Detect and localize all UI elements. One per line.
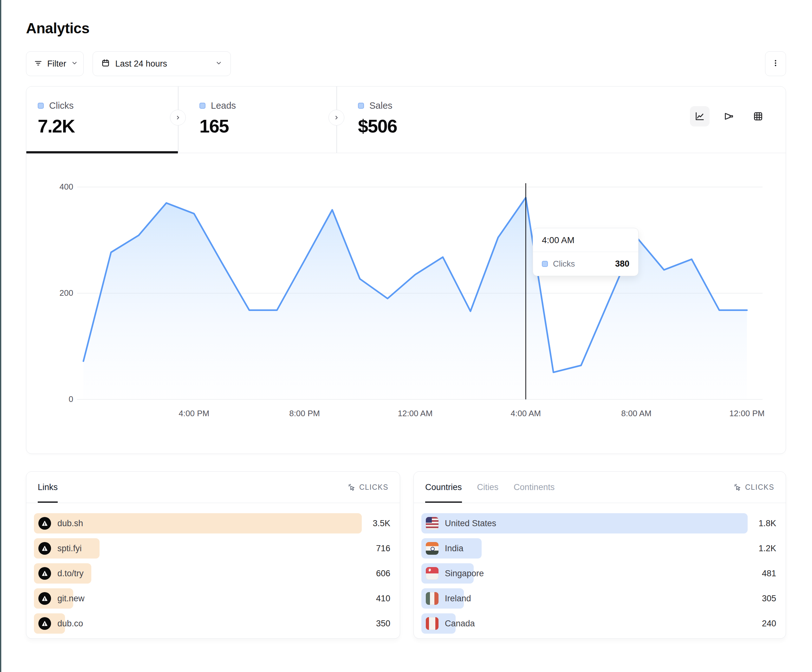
x-axis-tick-label: 4:00 AM <box>510 409 541 418</box>
row-label: dub.sh <box>57 518 83 529</box>
chevron-down-icon <box>215 60 222 68</box>
line-chart-icon <box>694 111 705 122</box>
click-share-bar <box>34 513 362 534</box>
countries-panel-header: Countries Cities Continents CLICKS <box>414 472 786 503</box>
row-click-count: 1.8K <box>758 513 776 534</box>
row-click-count: 350 <box>376 613 390 634</box>
row-label: dub.co <box>57 619 83 629</box>
row-label: Canada <box>445 619 475 629</box>
row-label: spti.fyi <box>57 544 82 553</box>
links-panel-header: Links CLICKS <box>26 472 400 503</box>
country-row[interactable]: Canada240 <box>421 613 778 634</box>
metric-tabs: Clicks 7.2K Leads 165 Sales $506 <box>26 87 786 153</box>
countries-panel: Countries Cities Continents CLICKS Unite… <box>413 471 786 639</box>
y-axis-tick-label: 200 <box>38 288 73 298</box>
row-click-count: 1.2K <box>758 538 776 559</box>
dub-logo-icon <box>38 567 51 580</box>
tab-cities[interactable]: Cities <box>477 472 499 503</box>
filter-icon <box>34 59 43 69</box>
row-label: git.new <box>57 594 85 604</box>
row-click-count: 606 <box>376 563 390 583</box>
row-click-count: 716 <box>376 538 390 559</box>
row-label: d.to/try <box>57 569 84 578</box>
country-row[interactable]: India1.2K <box>421 538 778 559</box>
line-chart-view-button[interactable] <box>690 106 710 126</box>
country-row[interactable]: United States1.8K <box>421 513 778 534</box>
link-row[interactable]: dub.sh3.5K <box>34 513 392 534</box>
y-axis-tick-label: 0 <box>38 394 73 404</box>
kebab-menu-icon <box>771 59 780 68</box>
link-row[interactable]: git.new410 <box>34 588 392 609</box>
clicks-tab-value: 7.2K <box>38 115 189 136</box>
clicks-legend-swatch <box>38 103 44 109</box>
flag-us-icon <box>426 517 438 530</box>
x-axis-tick-label: 8:00 AM <box>621 409 651 418</box>
date-range-label: Last 24 hours <box>115 59 167 69</box>
tab-continents[interactable]: Continents <box>513 472 554 503</box>
x-axis-tick-label: 4:00 PM <box>179 409 209 418</box>
filter-button-label: Filter <box>47 59 66 69</box>
tab-links[interactable]: Links <box>38 472 58 503</box>
date-range-button[interactable]: Last 24 hours <box>92 51 231 76</box>
table-grid-icon <box>753 111 764 122</box>
left-edge-accent <box>0 0 1 672</box>
chevron-down-icon <box>71 60 78 68</box>
row-click-count: 240 <box>762 613 776 634</box>
sales-legend-swatch <box>358 103 364 109</box>
clicks-tab-label: Clicks <box>49 101 73 111</box>
chevron-right-icon <box>174 114 181 121</box>
table-view-button[interactable] <box>748 106 768 126</box>
row-click-count: 481 <box>762 563 776 583</box>
funnel-icon <box>723 111 734 122</box>
chart-view-toggles <box>690 106 768 126</box>
analytics-card: Clicks 7.2K Leads 165 Sales $506 <box>26 86 786 454</box>
tab-clicks[interactable]: Clicks 7.2K <box>26 87 189 153</box>
expand-clicks-button[interactable] <box>170 110 186 126</box>
calendar-icon <box>101 59 110 69</box>
links-sort-control[interactable]: CLICKS <box>347 472 388 503</box>
x-axis-tick-label: 8:00 PM <box>289 409 320 418</box>
dub-logo-icon <box>38 542 51 555</box>
dub-logo-icon <box>38 517 51 530</box>
dub-logo-icon <box>38 617 51 630</box>
flag-sg-icon <box>426 567 438 580</box>
chart-area-fill <box>84 198 747 400</box>
row-click-count: 410 <box>376 588 390 609</box>
clicks-time-series-chart[interactable]: 0200400 4:00 PM8:00 PM12:00 AM4:00 AM8:0… <box>26 153 786 453</box>
row-label: Singapore <box>445 569 484 578</box>
area-chart-canvas <box>26 153 785 453</box>
x-axis-tick-label: 12:00 PM <box>729 409 764 418</box>
row-label: Ireland <box>445 594 471 604</box>
sales-tab-value: $506 <box>358 115 517 136</box>
link-row[interactable]: dub.co350 <box>34 613 392 634</box>
link-row[interactable]: d.to/try606 <box>34 563 392 583</box>
row-click-count: 305 <box>762 588 776 609</box>
tooltip-series-label: Clicks <box>553 259 575 269</box>
tooltip-time: 4:00 AM <box>533 228 638 252</box>
funnel-view-button[interactable] <box>719 106 739 126</box>
row-click-count: 3.5K <box>372 513 390 534</box>
analytics-page: Analytics Filter Last 24 hours <box>26 0 786 639</box>
dub-logo-icon <box>38 592 51 605</box>
leads-legend-swatch <box>200 103 205 109</box>
chart-tooltip: 4:00 AM Clicks 380 <box>533 228 638 276</box>
cursor-click-icon <box>347 483 356 492</box>
row-label: United States <box>445 518 496 529</box>
links-sort-label: CLICKS <box>359 483 388 492</box>
filter-button[interactable]: Filter <box>26 51 84 76</box>
row-label: India <box>445 544 464 553</box>
links-list: dub.sh3.5Kspti.fyi716d.to/try606git.new4… <box>26 503 400 634</box>
countries-sort-label: CLICKS <box>745 483 774 492</box>
country-row[interactable]: Singapore481 <box>421 563 778 583</box>
expand-leads-button[interactable] <box>329 110 345 126</box>
flag-ca-icon <box>426 617 438 630</box>
flag-ie-icon <box>426 592 438 605</box>
countries-list: United States1.8KIndia1.2KSingapore481Ir… <box>414 503 786 634</box>
tab-sales[interactable]: Sales $506 <box>336 87 517 153</box>
country-row[interactable]: Ireland305 <box>421 588 778 609</box>
more-options-button[interactable] <box>765 51 786 76</box>
countries-sort-control[interactable]: CLICKS <box>733 472 774 503</box>
tab-countries[interactable]: Countries <box>425 472 462 503</box>
sales-tab-label: Sales <box>369 101 392 111</box>
link-row[interactable]: spti.fyi716 <box>34 538 392 559</box>
